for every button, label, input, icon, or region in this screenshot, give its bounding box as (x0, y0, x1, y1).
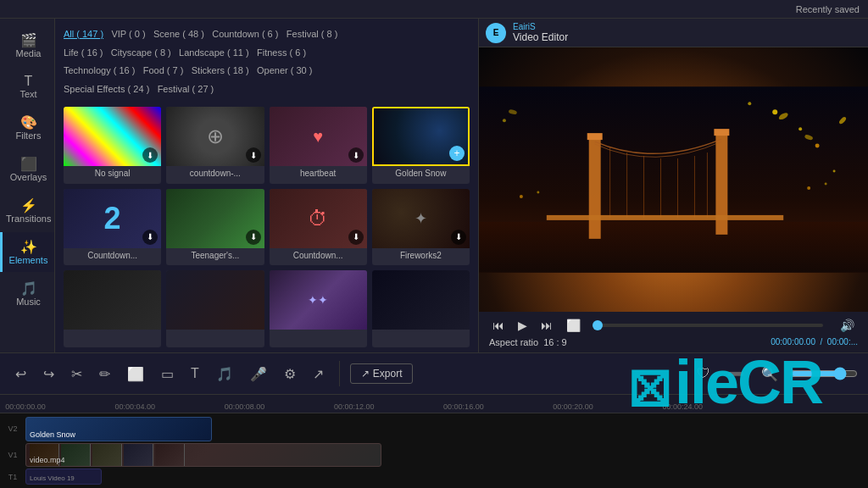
list-item[interactable]: ✦⬇ Fireworks2 (372, 189, 470, 266)
box-button[interactable]: ▭ (156, 363, 179, 385)
clip-video[interactable]: video.mp4 (25, 443, 381, 468)
list-item[interactable]: ♥⬇ heartbeat (270, 107, 367, 184)
svg-point-19 (798, 127, 802, 130)
tab-stickers[interactable]: Stickers ( 18 ) (192, 65, 249, 75)
table-row: V1 video.mp4 (0, 443, 868, 468)
export-icon: ↗ (361, 368, 370, 380)
media-label: No signal (64, 166, 161, 180)
text-tool-button[interactable]: T (186, 363, 204, 385)
svg-point-16 (807, 186, 810, 190)
preview-controls: ⏮ ▶ ⏭ ⬜ 🔊 Aspect ratio 16 : 9 00:00:00.0… (479, 312, 868, 352)
list-item[interactable] (166, 270, 264, 347)
tab-opener[interactable]: Opener ( 30 ) (257, 65, 312, 75)
tab-fitness[interactable]: Fitness ( 6 ) (257, 47, 306, 58)
tab-special-effects[interactable]: Special Effects ( 24 ) (64, 84, 149, 94)
play-button[interactable]: ▶ (515, 317, 531, 334)
sidebar-item-text[interactable]: T Text (0, 67, 54, 106)
list-item[interactable]: ⬇ Teenager's... (166, 189, 264, 266)
track-content[interactable]: Golden Snow (25, 417, 868, 441)
tab-cityscape[interactable]: Cityscape ( 8 ) (111, 47, 171, 58)
download-icon[interactable]: ⬇ (246, 230, 261, 245)
media-label: countdown-... (166, 166, 264, 180)
tab-all[interactable]: All ( 147 ) (64, 29, 103, 39)
tab-countdown[interactable]: Countdown ( 6 ) (212, 29, 278, 39)
share-button[interactable]: ↗ (308, 363, 329, 385)
media-label (372, 330, 470, 344)
fullscreen-button[interactable]: ⬜ (563, 317, 584, 334)
svg-rect-2 (589, 137, 601, 239)
minus-button[interactable]: ➖ (722, 363, 749, 385)
sidebar-item-overlays[interactable]: ⬛ Overlays (0, 149, 54, 189)
tab-vip[interactable]: VIP ( 0 ) (111, 29, 145, 39)
edit-button[interactable]: ✏ (94, 363, 115, 385)
media-label (166, 330, 264, 344)
library-panel: All ( 147 ) VIP ( 0 ) Scene ( 48 ) Count… (55, 19, 479, 352)
download-icon[interactable]: ⬇ (348, 230, 364, 245)
clip-label: video.mp4 (30, 456, 65, 464)
progress-bar[interactable] (598, 324, 823, 327)
track-label: T1 (0, 473, 25, 481)
media-label: Countdown... (270, 248, 367, 263)
crop-button[interactable]: ⬜ (122, 363, 149, 385)
clip-subtitle[interactable]: Louis Video 19 (25, 469, 102, 485)
svg-rect-13 (547, 215, 783, 220)
svg-point-15 (537, 191, 539, 193)
list-item[interactable]: 2⬇ Countdown... (64, 189, 161, 266)
skip-forward-button[interactable]: ⏭ (537, 317, 556, 334)
track-content[interactable]: video.mp4 (25, 443, 868, 468)
list-item[interactable]: ⊕⬇ countdown-... (166, 107, 264, 184)
svg-rect-5 (714, 129, 729, 136)
list-item[interactable]: ⬇ No signal (64, 107, 161, 184)
track-label: V1 (0, 451, 25, 459)
timeline: 00:00:00.00 00:00:04.00 00:00:08.00 00:0… (0, 395, 868, 488)
sidebar-item-elements[interactable]: ✨ Elements (0, 232, 54, 272)
sidebar-item-media[interactable]: 🎬 Media (0, 25, 54, 65)
tab-life[interactable]: Life ( 16 ) (64, 47, 103, 58)
sidebar-item-music[interactable]: 🎵 Music (0, 274, 54, 313)
audio-button[interactable]: 🎵 (211, 363, 238, 385)
settings-button[interactable]: ⚙ (279, 363, 301, 385)
cut-button[interactable]: ✂ (66, 363, 87, 385)
svg-point-14 (520, 195, 523, 198)
volume-button[interactable]: 🔊 (837, 317, 858, 334)
track-label: V2 (0, 424, 25, 433)
media-label (64, 330, 161, 344)
timeline-ruler: 00:00:00.00 00:00:04.00 00:00:08.00 00:0… (0, 395, 868, 413)
list-item[interactable]: ⏱⬇ Countdown... (270, 189, 367, 266)
clip-label: Golden Snow (30, 430, 75, 439)
list-item[interactable] (64, 270, 161, 347)
list-item[interactable]: + Golden Snow (372, 107, 470, 184)
download-icon[interactable]: ⬇ (451, 230, 466, 245)
redo-button[interactable]: ↪ (38, 363, 59, 385)
track-content[interactable]: Louis Video 19 (25, 469, 868, 485)
skip-back-button[interactable]: ⏮ (489, 317, 508, 334)
zoom-slider[interactable] (790, 367, 858, 380)
app-name: EairiS (513, 22, 568, 31)
progress-dot (593, 320, 603, 330)
zoom-out-button[interactable]: 🔍 (756, 363, 783, 385)
shield-button[interactable]: 🛡 (692, 363, 715, 385)
media-label: Countdown... (64, 248, 161, 263)
media-label: heartbeat (270, 166, 367, 180)
recently-saved-label: Recently saved (796, 4, 860, 14)
tab-scene[interactable]: Scene ( 48 ) (153, 29, 204, 39)
mic-button[interactable]: 🎤 (245, 363, 272, 385)
clip-golden-snow[interactable]: Golden Snow (25, 417, 212, 441)
toolbar-right: 🛡 ➖ 🔍 (692, 363, 858, 385)
tab-festival2[interactable]: Festival ( 27 ) (158, 84, 214, 94)
sidebar-item-filters[interactable]: 🎨 Filters (0, 108, 54, 147)
ruler-mark: 00:00:04.00 (114, 402, 155, 411)
preview-title: Video Editor (513, 31, 568, 43)
tab-technology[interactable]: Technology ( 16 ) (64, 65, 135, 75)
list-item[interactable] (372, 270, 470, 347)
export-button[interactable]: ↗ Export (350, 363, 414, 384)
tab-festival[interactable]: Festival ( 8 ) (287, 29, 338, 39)
undo-button[interactable]: ↩ (10, 363, 31, 385)
svg-point-20 (748, 102, 751, 105)
list-item[interactable]: ✦✦ (270, 270, 367, 347)
tab-food[interactable]: Food ( 7 ) (143, 65, 184, 75)
download-icon[interactable]: ⬇ (246, 147, 261, 163)
sidebar-item-transitions[interactable]: ⚡ Transitions (0, 191, 54, 230)
library-tabs: All ( 147 ) VIP ( 0 ) Scene ( 48 ) Count… (55, 19, 478, 102)
tab-landscape[interactable]: Landscape ( 11 ) (179, 47, 249, 58)
